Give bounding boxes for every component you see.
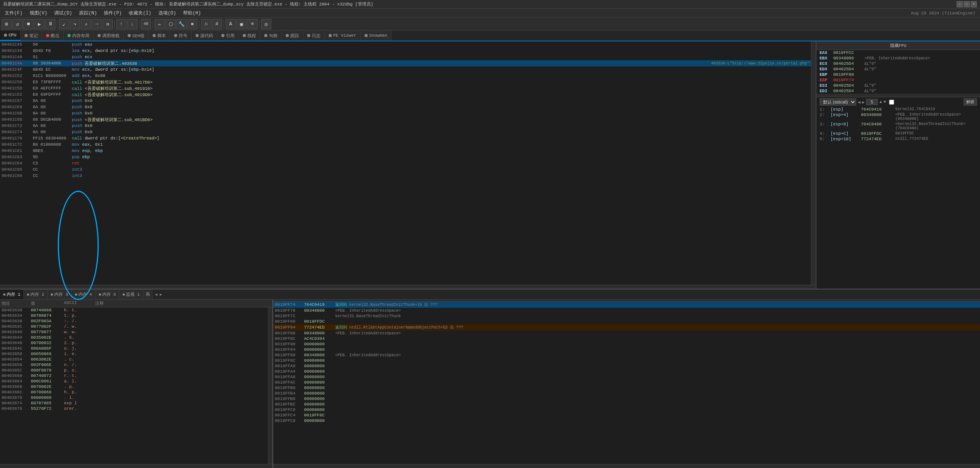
disasm-row-2[interactable]: 00401C49 51 push ecx [0,54,811,60]
mem-row-6[interactable]: 00403648007000322. p. [0,340,268,346]
disasm-row-13[interactable]: 00401C72 6A 00 push 0x0 [0,123,811,129]
stack-row-16[interactable]: 0019FFB4 00000000 [273,391,980,396]
disasm-row-12[interactable]: 00401C6D 68 D01B4000 push <吾爱破解培训第二.sub_… [0,116,811,123]
disasm-scrollbar[interactable] [811,41,816,285]
mem-row-11[interactable]: 0040365C006F0070p. o. [0,368,268,373]
stack-row-3[interactable]: 0019FF80 0019FFDC [273,319,980,324]
minimize-button[interactable]: ─ [957,1,963,7]
tab-seh[interactable]: SEH链 [124,30,149,41]
mem-hscrollbar[interactable] [0,464,272,468]
tab-cpu[interactable]: CPU [0,30,21,41]
mem-row-15[interactable]: 0040366C00700068h. p. [0,389,268,395]
tb-btn-mem[interactable]: ▣ [237,19,247,29]
stack-row-5[interactable]: 0019FF88 00348000 <PEB. InheritedAddress… [273,330,980,336]
mem-row-1[interactable]: 0040363400700074t. p. [0,313,268,318]
stack-row-18[interactable]: 0019FFBC 00000000 [273,402,980,407]
tb-btn-stepout[interactable]: ↗ [81,19,91,29]
menu-trace[interactable]: 跟踪(N) [76,9,100,17]
mem-row-7[interactable]: 0040364C006A006Fo. j. [0,346,268,351]
btab-mem4[interactable]: 内存 4 [72,289,96,299]
stack-row-15[interactable]: 0019FFB0 00000000 [273,385,980,391]
disasm-row-0[interactable]: 00401C45 50 push eax [0,41,811,48]
mem-row-3[interactable]: 0040363C0077002F/. w. [0,324,268,329]
disasm-row-21[interactable]: 00401C86 CC int3 [0,173,811,179]
menu-plugins[interactable]: 插件(P) [101,9,125,17]
mem-row-5[interactable]: 004036440035002E. 5. [0,335,268,340]
stdcall-count[interactable] [866,99,878,105]
disasm-row-15[interactable]: 00401C76 FF15 68304000 call dword ptr ds… [0,135,811,141]
menu-options[interactable]: 选项(O) [155,9,180,17]
menu-view[interactable]: 视图(V) [27,9,51,17]
disasm-row-3[interactable]: 00401C4A 68 30364000 push 吾爱破解培训第二.40363… [0,60,811,66]
tb-btn-10[interactable]: 48 [141,19,151,29]
tab-threads[interactable]: 线程 [239,30,260,41]
regs-scrollbar[interactable] [816,94,980,97]
tab-pe-viewer[interactable]: PE Viewer [325,30,361,41]
mem-row-0[interactable]: 0040363000740068h. t. [0,307,268,313]
disasm-row-17[interactable]: 00401C81 8BE5 mov esp, ebp [0,148,811,154]
btab-locals[interactable]: 局 [143,289,153,299]
stack-row-4[interactable]: 0019FF84 772474ED 返回到 ntdll.RtlGetAppCon… [273,324,980,330]
tb-btn-2[interactable]: ↺ [12,19,23,29]
tb-btn-stepinto[interactable]: ↙ [59,19,69,29]
disasm-row-18[interactable]: 00401C83 5D pop ebp [0,154,811,160]
tb-btn-asm[interactable]: ✏ [155,19,165,29]
tb-btn-stack[interactable]: ≡ [247,19,258,29]
mem-row-12[interactable]: 0040366000740072r. t. [0,373,268,379]
disasm-row-5[interactable]: 00401C52 81C1 B8000000 add ecx, 0x88 [0,73,811,79]
stack-row-0[interactable]: 0019FF74 764C0419 返回到 kernel32.BaseThrea… [273,302,980,308]
stack-row-2[interactable]: 0019FF7C kernel32.BaseThreadInitThunk [273,313,980,319]
disasm-row-16[interactable]: 00401C7C B8 01000000 mov eax, 0x1 [0,141,811,148]
stack-row-13[interactable]: 0019FFA8 00000000 [273,374,980,380]
tab-callstack[interactable]: 调用堆栈 [94,30,124,41]
stack-row-8[interactable]: 0019FF94 00000000 [273,347,980,352]
tb-btn-stepover[interactable]: ↷ [70,19,80,29]
stack-row-20[interactable]: 0019FFC4 0019FF8C [273,413,980,418]
disasm-row-8[interactable]: 00401C62 E8 69FDFFFF call <吾爱破解培训第二.sub_… [0,91,811,98]
tb-btn-8[interactable]: ↑ [116,19,126,29]
disasm-row-19[interactable]: 00401C84 C3 ret [0,160,811,166]
disasm-row-11[interactable]: 00401C6B 6A 00 push 0x0 [0,110,811,116]
disasm-row-4[interactable]: 00401C4F 8B4D EC mov ecx, dword ptr ss:[… [0,66,811,73]
mem-row-10[interactable]: 00403658002F006En. /. [0,362,268,368]
stack-content[interactable]: 0019FF74 764C0419 返回到 kernel32.BaseThrea… [273,302,980,464]
menu-favorites[interactable]: 收藏夹(I) [126,9,155,17]
tab-notes[interactable]: 笔记 [21,30,42,41]
stack-row-9[interactable]: 0019FF98 00348000 <PEB. InheritedAddress… [273,352,980,358]
tb-btn-pause[interactable]: ⏸ [45,19,55,29]
nav-right[interactable]: ▶ [159,292,163,297]
stack-row-7[interactable]: 0019FF90 00000000 [273,341,980,347]
stdcall-arrow-up[interactable]: ▲ [879,100,882,104]
tab-source[interactable]: 源代码 [192,30,217,41]
disasm-row-6[interactable]: 00401C58 E8 73FBFFFF call <吾爱破解培训第二.sub_… [0,79,811,85]
tab-snowman[interactable]: Snowman [361,30,391,41]
mem-row-13[interactable]: 00403664006C0061a. l. [0,379,268,384]
disasm-row-10[interactable]: 00401C69 6A 00 push 0x0 [0,104,811,110]
tab-memory-layout[interactable]: 内存布局 [64,30,94,41]
mem-row-14[interactable]: 004036680070002E. p. [0,384,268,389]
close-button[interactable]: × [971,1,977,7]
tab-symbols[interactable]: 符号 [170,30,192,41]
stdcall-select[interactable]: 默认 (stdcall) [820,98,856,105]
stack-hscrollbar[interactable] [273,464,980,468]
unlock-button[interactable]: 解锁 [964,98,977,105]
stack-row-21[interactable]: 0019FFC8 00000000 [273,418,980,423]
tb-btn-runto[interactable]: → [92,19,102,29]
nav-left[interactable]: ◀ [154,292,158,297]
tb-btn-fx[interactable]: 𝑓𝑥 [201,19,211,29]
disasm-row-7[interactable]: 00401C5D E8 AEFCFFFF call <吾爱破解培训第二.sub_… [0,85,811,91]
mem-row-9[interactable]: 004036540063002E. c. [0,357,268,362]
tb-btn-7[interactable]: ⇉ [103,19,113,29]
mem-row-16[interactable]: 0040367000000000. l. [0,395,268,400]
stack-row-12[interactable]: 0019FFA4 00000000 [273,369,980,374]
tb-btn-1[interactable]: ⊞ [2,19,12,29]
tb-btn-target[interactable]: ◎ [261,19,271,29]
mem-content[interactable]: 0040363000740068h. t. 0040363400700074t.… [0,307,268,464]
stdcall-arrow-right[interactable]: ▶ [862,100,865,105]
tb-btn-9[interactable]: ↓ [127,19,137,29]
menu-file[interactable]: 文件(F) [2,9,26,17]
disasm-hscrollbar[interactable] [0,285,816,289]
tb-btn-patch[interactable]: ⬡ [165,19,176,29]
btab-mem2[interactable]: 内存 2 [24,289,48,299]
tb-btn-font[interactable]: A [226,19,236,29]
